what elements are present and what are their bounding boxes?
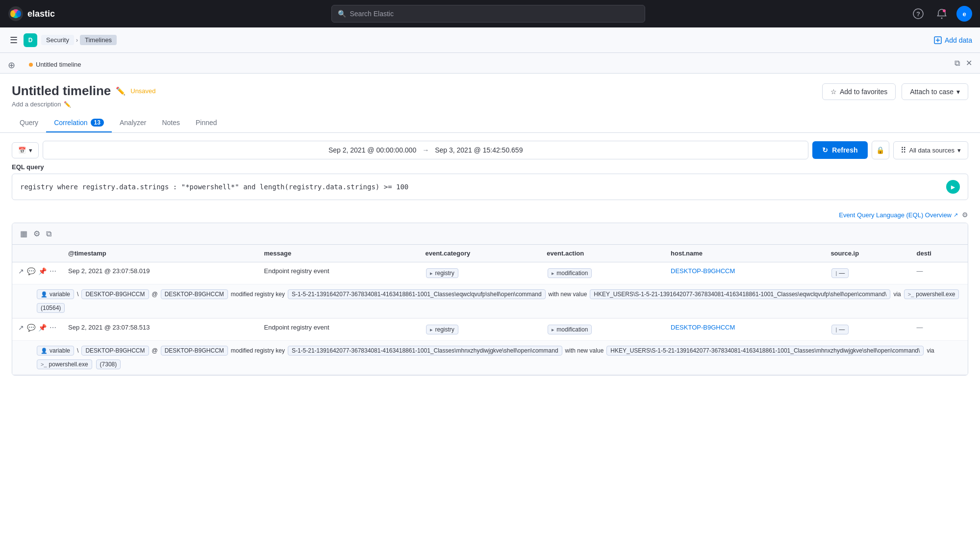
date-from: Sep 2, 2021 @ 00:00:00.000	[328, 146, 416, 154]
col-header-source-ip[interactable]: source.ip	[825, 245, 910, 262]
svg-point-8	[943, 9, 946, 12]
col-header-message[interactable]: message	[258, 245, 420, 262]
tab-analyzer[interactable]: Analyzer	[112, 114, 154, 132]
col-header-actions	[12, 245, 62, 262]
col-header-dest[interactable]: desti	[910, 245, 968, 262]
row-detail-1: 👤variable \ DESKTOP-B9GHCCM @ DESKTOP-B9…	[12, 284, 968, 318]
svg-point-3	[10, 10, 15, 17]
eql-editor[interactable]: registry where registry.data.strings : "…	[12, 174, 968, 200]
table-row: ↗ 💬 📌 ⋯ Sep 2, 2021 @ 23:07:58.019 Endpo…	[12, 262, 968, 284]
add-data-label: Add data	[945, 36, 972, 44]
detail-sep: \	[77, 347, 78, 354]
row-actions-cell: ↗ 💬 📌 ⋯	[12, 319, 62, 341]
tab-analyzer-label: Analyzer	[120, 119, 146, 127]
eql-settings-icon[interactable]: ⚙	[962, 211, 968, 219]
search-bar[interactable]: 🔍 Search Elastic	[331, 5, 645, 23]
note-row-icon[interactable]: 💬	[27, 267, 35, 275]
tab-pinned-label: Pinned	[196, 119, 217, 127]
data-sources-label: All data sources	[909, 147, 955, 154]
eql-run-button[interactable]: ▶	[946, 180, 960, 194]
add-timeline-tab-button[interactable]: ⊕	[8, 60, 15, 71]
edit-title-icon[interactable]: ✏️	[116, 86, 126, 96]
timeline-tab-label: Untitled timeline	[36, 61, 81, 68]
expand-row-icon[interactable]: ↗	[18, 267, 24, 275]
detail-at: @	[152, 291, 158, 298]
detail-pill: 👤variable	[37, 346, 74, 356]
host-name-link[interactable]: DESKTOP-B9GHCCM	[671, 324, 735, 331]
user-icon: 👤	[41, 291, 48, 298]
add-description-label: Add a description	[12, 101, 61, 108]
date-arrow-icon: →	[422, 146, 429, 154]
detail-with-new-value: with new value	[565, 347, 604, 354]
timeline-close-icon[interactable]: ✕	[966, 58, 972, 68]
expand-row-icon[interactable]: ↗	[18, 324, 24, 332]
pin-row-icon[interactable]: 📌	[38, 267, 47, 275]
attach-to-case-button[interactable]: Attach to case ▾	[902, 83, 968, 100]
attach-case-label: Attach to case	[910, 88, 954, 96]
detail-action-text: modified registry key	[231, 291, 285, 298]
row-message: Endpoint registry event	[258, 262, 420, 284]
breadcrumb-separator: ›	[76, 37, 78, 44]
more-row-icon[interactable]: ⋯	[50, 324, 56, 332]
svg-text:?: ?	[916, 10, 920, 18]
workspace-badge[interactable]: D	[24, 33, 37, 47]
col-header-event-action[interactable]: event.action	[541, 245, 665, 262]
breadcrumb-timelines[interactable]: Timelines	[80, 35, 117, 45]
tab-correlation[interactable]: Correlation 13	[46, 114, 112, 132]
table-fields-icon[interactable]: ⧉	[44, 228, 53, 240]
terminal-icon: >_	[41, 361, 47, 367]
eql-overview-link[interactable]: Event Query Language (EQL) Overview ↗	[839, 211, 958, 219]
detail-pill: DESKTOP-B9GHCCM	[81, 289, 149, 299]
more-row-icon[interactable]: ⋯	[50, 267, 56, 275]
calendar-chevron: ▾	[29, 147, 32, 154]
calendar-button[interactable]: 📅 ▾	[12, 142, 39, 158]
tab-correlation-label: Correlation	[54, 119, 87, 127]
data-sources-button[interactable]: ⠿ All data sources ▾	[893, 141, 969, 159]
hamburger-button[interactable]: ☰	[8, 33, 20, 48]
secondary-nav: ☰ D Security › Timelines Add data	[0, 27, 980, 53]
timeline-tab-actions: ⧉ ✕	[955, 58, 972, 72]
refresh-icon: ↻	[822, 146, 828, 154]
col-header-event-category[interactable]: event.category	[419, 245, 541, 262]
breadcrumb: Security › Timelines	[41, 35, 117, 45]
tab-notes[interactable]: Notes	[154, 114, 188, 132]
timeline-tab[interactable]: Untitled timeline	[23, 57, 87, 73]
add-description-button[interactable]: Add a description ✏️	[12, 101, 156, 108]
table-header-actions: ▦ ⚙ ⧉	[12, 223, 968, 245]
pin-row-icon[interactable]: 📌	[38, 324, 47, 332]
breadcrumb-security[interactable]: Security	[41, 35, 74, 45]
tab-pinned[interactable]: Pinned	[188, 114, 225, 132]
row-timestamp: Sep 2, 2021 @ 23:07:58.019	[62, 262, 258, 284]
user-icon: 👤	[41, 348, 48, 354]
add-to-favorites-button[interactable]: ☆ Add to favorites	[822, 83, 896, 100]
add-description-icon[interactable]: ✏️	[64, 101, 71, 108]
row-event-action: ▸modification	[541, 262, 665, 284]
col-header-host-name[interactable]: host.name	[665, 245, 825, 262]
tab-query[interactable]: Query	[12, 114, 46, 132]
search-placeholder: Search Elastic	[350, 10, 394, 18]
note-row-icon[interactable]: 💬	[27, 324, 35, 332]
notifications-icon-btn[interactable]	[933, 5, 951, 23]
add-data-button[interactable]: Add data	[934, 36, 972, 44]
refresh-button[interactable]: ↻ Refresh	[812, 141, 867, 159]
lock-button[interactable]: 🔒	[872, 141, 889, 159]
col-header-timestamp[interactable]: @timestamp	[62, 245, 258, 262]
row-event-action: ▸modification	[541, 319, 665, 341]
eql-section: EQL query registry where registry.data.s…	[0, 163, 980, 208]
add-favorites-label: Add to favorites	[840, 88, 887, 96]
timeline-copy-icon[interactable]: ⧉	[955, 59, 960, 68]
host-name-link[interactable]: DESKTOP-B9GHCCM	[671, 267, 735, 275]
table-view-icon[interactable]: ▦	[18, 227, 29, 240]
user-avatar[interactable]: e	[956, 6, 972, 22]
table-settings-icon[interactable]: ⚙	[31, 227, 42, 240]
elastic-logo[interactable]: elastic	[8, 6, 67, 22]
unsaved-dot	[29, 63, 33, 67]
tab-notes-label: Notes	[162, 119, 180, 127]
main-content: ⊕ Untitled timeline ⧉ ✕ Untitled timelin…	[0, 53, 980, 376]
help-icon-btn[interactable]: ?	[909, 5, 927, 23]
eql-overview-label: Event Query Language (EQL) Overview	[839, 211, 952, 219]
date-range-display[interactable]: Sep 2, 2021 @ 00:00:00.000 → Sep 3, 2021…	[43, 141, 808, 159]
row-source-ip: |—	[825, 262, 910, 284]
unsaved-badge: Unsaved	[130, 87, 155, 95]
detail-via: via	[927, 347, 934, 354]
